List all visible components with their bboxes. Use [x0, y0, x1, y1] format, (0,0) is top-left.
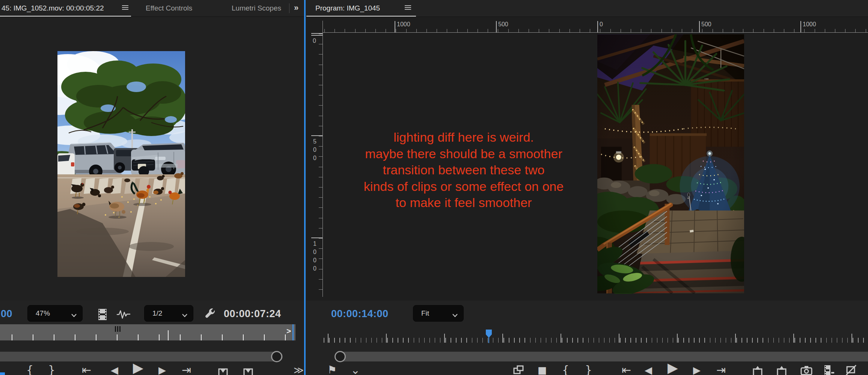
program-zoom-scrollbar[interactable] — [335, 352, 868, 361]
settings-wrench-icon[interactable] — [204, 308, 216, 321]
step-forward-icon[interactable]: ▶ — [693, 364, 701, 375]
ruler-tick — [518, 29, 519, 32]
chevron-down-icon — [71, 312, 77, 319]
program-panel-menu-icon[interactable] — [405, 5, 411, 11]
go-to-out-icon[interactable]: ⇥ — [182, 364, 191, 375]
step-forward-icon[interactable]: ▶ — [158, 364, 166, 375]
ruler-tick — [641, 29, 641, 32]
extract-icon[interactable] — [776, 364, 788, 375]
mini-ruler-marker-tick — [168, 330, 169, 340]
mark-in-icon[interactable]: { — [26, 364, 33, 375]
lift-icon[interactable] — [752, 364, 764, 375]
ruler-tick — [355, 29, 356, 32]
tab-lumetri-scopes[interactable]: Lumetri Scopes — [232, 0, 281, 16]
play-icon[interactable]: ▶ — [133, 362, 143, 373]
ruler-grip[interactable] — [117, 326, 118, 332]
mini-ruler-tick — [180, 334, 181, 340]
source-video-frame[interactable] — [57, 51, 185, 277]
overwrite-icon[interactable] — [242, 364, 254, 375]
mark-in-icon[interactable]: { — [562, 364, 569, 375]
program-zoom-select[interactable]: Fit — [413, 305, 464, 322]
program-scrollbar-handle[interactable] — [335, 351, 346, 362]
time-ruler-tick — [752, 338, 753, 343]
source-scrollbar-handle[interactable] — [271, 351, 282, 362]
time-ruler-tick — [339, 338, 340, 343]
time-ruler-major-tick — [677, 334, 678, 343]
mark-out-icon[interactable]: } — [585, 364, 592, 375]
time-ruler-tick — [329, 338, 330, 343]
ruler-grip[interactable] — [119, 326, 121, 332]
mini-ruler-tick — [54, 334, 54, 340]
time-ruler-tick — [779, 338, 779, 343]
settings-chevron-icon[interactable]: ⌄ — [351, 364, 360, 375]
ruler-tick — [692, 29, 692, 32]
time-ruler-major-tick — [444, 334, 445, 343]
time-ruler-tick — [583, 338, 583, 343]
time-ruler-major-tick — [851, 334, 852, 343]
ruler-tick — [478, 29, 478, 32]
time-ruler-tick — [652, 338, 653, 343]
go-to-in-icon[interactable]: ⇤ — [82, 364, 91, 375]
step-back-icon[interactable]: ◀ — [111, 364, 118, 375]
ruler-tick — [386, 29, 386, 32]
play-icon[interactable]: ▶ — [668, 362, 678, 373]
stop-icon[interactable]: ■ — [538, 364, 547, 375]
ruler-tick — [319, 136, 322, 136]
program-position-timecode[interactable]: 00:00:14:00 — [331, 308, 389, 320]
source-transport-controls: {}⇤◀▶▶⇥≫ — [0, 363, 304, 375]
ruler-tick — [319, 116, 322, 116]
tab-program-monitor[interactable]: Program: IMG_1045 — [315, 0, 380, 16]
chevron-down-icon — [452, 312, 458, 319]
add-marker-icon[interactable]: ⚑ — [327, 364, 337, 375]
source-position-timecode[interactable]: 00 — [1, 308, 12, 320]
comparison-view-icon[interactable] — [823, 364, 834, 375]
source-resolution-select[interactable]: 1/2 — [144, 305, 193, 322]
focused-panel-divider[interactable] — [304, 0, 306, 375]
more-icon[interactable]: ≫ — [294, 364, 304, 375]
step-back-icon[interactable]: ◀ — [645, 364, 652, 375]
ruler-tick — [319, 238, 322, 239]
time-ruler-tick — [562, 338, 562, 343]
insert-icon[interactable] — [217, 364, 229, 375]
ruler-major-tick — [699, 21, 700, 32]
time-ruler-tick — [763, 338, 763, 343]
program-video-frame[interactable] — [597, 34, 744, 294]
tab-effect-controls[interactable]: Effect Controls — [146, 0, 192, 16]
tab-source-monitor[interactable]: 45: IMG_1052.mov: 00:00:05:22 — [2, 0, 104, 16]
mark-out-icon[interactable]: } — [48, 364, 55, 375]
source-zoom-select[interactable]: 47% — [27, 305, 83, 322]
time-ruler-tick — [694, 338, 695, 343]
mini-ruler-tick — [222, 334, 223, 340]
ruler-tick — [825, 29, 825, 32]
time-ruler-tick — [408, 338, 409, 343]
annotation-text: lighting diff here is weird. maybe there… — [340, 129, 588, 211]
proxy-toggle-icon[interactable] — [513, 364, 524, 375]
time-ruler-tick — [535, 338, 536, 343]
ruler-major-tick — [395, 21, 395, 32]
time-ruler-tick — [636, 338, 636, 343]
ruler-tick — [559, 29, 560, 32]
source-panel-menu-icon[interactable] — [122, 5, 128, 11]
mini-ruler-tick — [285, 334, 286, 340]
program-time-ruler[interactable] — [322, 333, 868, 343]
ruler-tick — [753, 29, 753, 32]
drag-audio-icon[interactable] — [116, 309, 131, 322]
source-playhead[interactable] — [292, 324, 294, 340]
time-ruler-tick — [609, 338, 610, 343]
ruler-tick — [319, 177, 322, 177]
ruler-major-tick — [311, 237, 322, 238]
export-frame-icon[interactable] — [800, 364, 812, 375]
program-playhead[interactable] — [486, 330, 492, 343]
tab-overflow-icon[interactable]: » — [294, 0, 298, 16]
time-ruler-tick — [668, 338, 668, 343]
time-ruler-tick — [519, 338, 520, 343]
time-ruler-tick — [509, 338, 509, 343]
source-time-ruler[interactable]: > — [0, 324, 295, 340]
multicam-icon[interactable] — [845, 364, 857, 375]
drag-video-icon[interactable] — [97, 308, 108, 322]
go-to-in-icon[interactable]: ⇤ — [622, 364, 631, 375]
ruler-major-tick — [311, 135, 322, 136]
ruler-grip[interactable] — [115, 326, 116, 332]
ruler-tick — [774, 29, 774, 32]
go-to-out-icon[interactable]: ⇥ — [716, 364, 726, 375]
